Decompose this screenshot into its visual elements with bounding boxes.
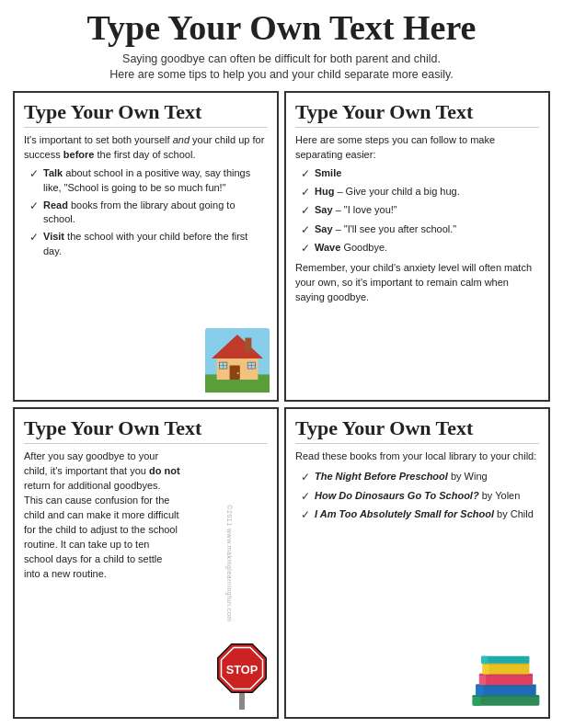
watermark: ©2011 www.makinglearningfun.com — [226, 505, 233, 621]
card-bottom-right-intro: Read these books from your local library… — [295, 449, 539, 464]
page: Type Your Own Text Here Saying goodbye c… — [0, 0, 563, 728]
main-title: Type Your Own Text Here — [87, 9, 477, 48]
card-top-left-title: Type Your Own Text — [24, 100, 268, 128]
subtitle2: Here are some tips to help you and your … — [109, 67, 454, 84]
svg-rect-20 — [476, 684, 535, 695]
card-top-left-intro: It's important to set both yourself and … — [24, 133, 268, 163]
card-top-right-title: Type Your Own Text — [295, 100, 539, 128]
list-item: ✓ Say – "I'll see you after school." — [299, 222, 539, 238]
check-icon: ✓ — [301, 489, 310, 505]
svg-rect-30 — [481, 656, 488, 664]
list-item: ✓ Wave Goodbye. — [299, 241, 539, 256]
books-icon — [469, 652, 543, 711]
card-bottom-right-body: Read these books from your local library… — [295, 449, 539, 523]
list-item-text: Read books from the library about going … — [43, 199, 268, 228]
list-item: ✓ Hug – Give your child a big hug. — [299, 185, 539, 200]
check-icon: ✓ — [301, 507, 310, 523]
check-icon: ✓ — [29, 230, 39, 245]
card-top-left-list: ✓ Talk about school in a positive way, s… — [24, 166, 268, 260]
list-item-text: Talk about school in a positive way, say… — [43, 166, 268, 196]
card-bottom-left-title: Type Your Own Text — [24, 416, 268, 444]
card-top-left-body: It's important to set both yourself and … — [24, 133, 268, 260]
list-item: ✓ The Night Before Preschool by Wing — [299, 470, 539, 485]
check-icon: ✓ — [29, 199, 39, 214]
list-item: ✓ How Do Dinosaurs Go To School? by Yole… — [299, 489, 539, 505]
list-item: ✓ Talk about school in a positive way, s… — [28, 166, 268, 196]
svg-rect-27 — [483, 663, 489, 674]
list-item-text: The Night Before Preschool by Wing — [315, 470, 539, 484]
card-top-right-body: Here are some steps you can follow to ma… — [295, 133, 539, 305]
check-icon: ✓ — [301, 470, 310, 485]
check-icon: ✓ — [301, 166, 310, 182]
card-top-right-outro: Remember, your child's anxiety level wil… — [295, 261, 539, 305]
card-top-right: Type Your Own Text Here are some steps y… — [284, 91, 550, 403]
list-item-text: I Am Too Absolutely Small for School by … — [315, 507, 539, 522]
list-item-text: Visit the school with your child before … — [43, 230, 268, 259]
svg-rect-24 — [479, 674, 486, 685]
check-icon: ✓ — [301, 185, 310, 200]
list-item-text: Say – "I love you!" — [315, 203, 539, 218]
card-top-left: Type Your Own Text It's important to set… — [13, 91, 279, 403]
card-bottom-left: Type Your Own Text After you say goodbye… — [13, 407, 279, 719]
svg-rect-23 — [479, 674, 533, 685]
check-icon: ✓ — [301, 222, 310, 238]
svg-point-6 — [237, 372, 239, 374]
card-bottom-right-title: Type Your Own Text — [295, 416, 539, 444]
list-item-text: How Do Dinosaurs Go To School? by Yolen — [315, 489, 539, 504]
check-icon: ✓ — [29, 166, 39, 182]
svg-rect-4 — [245, 338, 251, 352]
list-item-text: Wave Goodbye. — [315, 241, 539, 256]
svg-rect-26 — [483, 663, 530, 674]
list-item-text: Hug – Give your child a big hug. — [315, 185, 539, 199]
list-item: ✓ I Am Too Absolutely Small for School b… — [299, 507, 539, 523]
card-top-right-intro: Here are some steps you can follow to ma… — [295, 133, 539, 163]
check-icon: ✓ — [301, 203, 310, 219]
card-bottom-left-text: After you say goodbye to your child, it'… — [24, 449, 180, 581]
card-grid: Type Your Own Text It's important to set… — [13, 91, 550, 719]
list-item-text: Say – "I'll see you after school." — [315, 222, 539, 237]
svg-rect-29 — [481, 656, 529, 664]
svg-rect-21 — [476, 684, 483, 695]
house-icon — [205, 328, 270, 392]
stop-sign-icon: STOP — [214, 641, 270, 710]
list-item-text: Smile — [315, 166, 539, 181]
card-top-right-list: ✓ Smile ✓ Hug – Give your child a big hu… — [295, 166, 539, 257]
list-item: ✓ Read books from the library about goin… — [28, 199, 268, 228]
list-item: ✓ Visit the school with your child befor… — [28, 230, 268, 259]
card-bottom-right-list: ✓ The Night Before Preschool by Wing ✓ H… — [295, 470, 539, 523]
svg-text:STOP: STOP — [226, 663, 259, 677]
check-icon: ✓ — [301, 241, 310, 256]
subtitle1: Saying goodbye can often be difficult fo… — [122, 51, 441, 68]
card-bottom-right: Type Your Own Text Read these books from… — [284, 407, 550, 719]
list-item: ✓ Say – "I love you!" — [299, 203, 539, 219]
list-item: ✓ Smile — [299, 166, 539, 182]
